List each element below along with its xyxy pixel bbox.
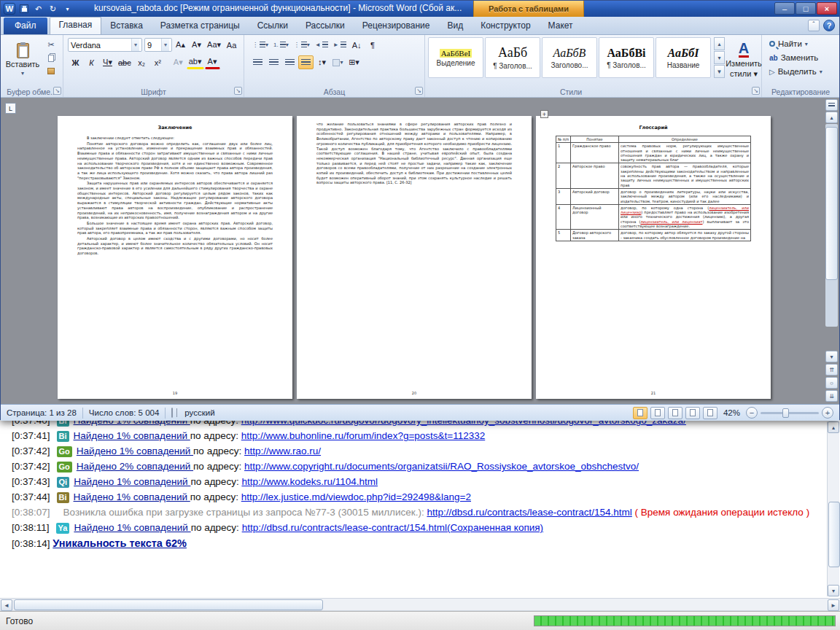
scroll-up-button[interactable]: ▴ bbox=[825, 112, 838, 123]
ribbon-tab[interactable]: Конструктор bbox=[472, 18, 539, 34]
view-outline-button[interactable] bbox=[685, 407, 700, 419]
scroll-down-button[interactable]: ▾ bbox=[825, 351, 838, 362]
scrollbar-track[interactable] bbox=[825, 124, 838, 327]
maximize-button[interactable]: □ bbox=[796, 2, 816, 15]
change-case-button[interactable]: Аа▾ bbox=[205, 38, 223, 52]
redo-button[interactable]: ↻ bbox=[47, 3, 59, 15]
log-line[interactable]: [0:38:14] Уникальность текста 62% bbox=[12, 537, 822, 553]
collapse-ribbon-icon[interactable]: ˆ bbox=[808, 20, 820, 31]
line-spacing-button[interactable]: ↕▾ bbox=[314, 55, 330, 69]
shading-button[interactable]: ▾ bbox=[330, 55, 346, 69]
sort-button[interactable]: А↓ bbox=[349, 38, 365, 52]
zoom-slider[interactable] bbox=[761, 412, 819, 414]
proofing-indicator[interactable] bbox=[166, 408, 179, 417]
qat-dropdown-button[interactable]: ▾ bbox=[61, 3, 74, 15]
ruler-toggle-button[interactable] bbox=[825, 99, 838, 111]
log-line[interactable]: [0:37:42]GoНайдено 1% совпадений по адре… bbox=[12, 446, 822, 461]
gallery-up-button[interactable]: ▴ bbox=[714, 37, 725, 50]
align-right-button[interactable] bbox=[282, 55, 298, 69]
style-item[interactable]: АаБбВ Заголово... bbox=[542, 37, 597, 78]
word-count[interactable]: Число слов: 5 004 bbox=[83, 408, 166, 417]
select-button[interactable]: ▷ Выделить ▾ bbox=[769, 67, 822, 76]
find-button[interactable]: Найти ▾ bbox=[769, 39, 808, 48]
view-fullscreen-button[interactable] bbox=[650, 407, 665, 419]
subscript-button[interactable]: х₂ bbox=[134, 55, 149, 69]
table-row[interactable]: 3 Авторский договор договор о произведен… bbox=[556, 188, 751, 204]
ribbon-tab[interactable]: Вид bbox=[438, 18, 472, 34]
ribbon-tab[interactable]: Файл bbox=[4, 18, 47, 34]
page-indicator[interactable]: Страница: 1 из 28 bbox=[1, 408, 82, 417]
view-draft-button[interactable] bbox=[703, 407, 718, 419]
log-line[interactable]: [0:38:07]Возникла ошибка при загрузке ст… bbox=[12, 507, 822, 522]
page-19[interactable]: Заключение В заключении следует отметить… bbox=[58, 116, 292, 399]
table-row[interactable]: 4 Лицензионный договор договор, по котор… bbox=[556, 204, 751, 229]
strikethrough-button[interactable]: abc bbox=[116, 55, 133, 69]
ribbon-tab[interactable]: Рассылки bbox=[297, 18, 354, 34]
replace-button[interactable]: ab Заменить bbox=[769, 53, 818, 62]
tab-selector[interactable]: L bbox=[5, 103, 16, 114]
decrease-indent-button[interactable]: ◄ bbox=[313, 38, 330, 52]
ribbon-tab[interactable]: Макет bbox=[540, 18, 582, 34]
zoom-level[interactable]: 42% bbox=[720, 408, 743, 417]
change-styles-button[interactable]: А Изменить стили ▾ bbox=[727, 36, 761, 83]
view-print-layout-button[interactable] bbox=[633, 407, 648, 419]
language-indicator[interactable]: русский bbox=[179, 408, 220, 417]
table-row[interactable]: 2 Авторское право совокупность прав авто… bbox=[556, 163, 751, 188]
log-scroll-right-button[interactable]: ► bbox=[828, 599, 839, 611]
ribbon-tab[interactable]: Рецензирование bbox=[354, 18, 439, 34]
undo-button[interactable]: ↶ bbox=[32, 3, 44, 15]
style-item[interactable]: АаБбВі ¶ Заголов... bbox=[599, 37, 654, 78]
borders-button[interactable]: ⊞▾ bbox=[346, 55, 362, 69]
superscript-button[interactable]: х² bbox=[150, 55, 166, 69]
highlight-button[interactable]: ab▾ bbox=[187, 55, 204, 69]
numbering-button[interactable]: 1.▾ bbox=[271, 38, 291, 52]
log-line[interactable]: [0:38:11]YaНайдено 1% совпадений по адре… bbox=[12, 522, 822, 537]
clipboard-dialog-launcher[interactable]: ↘ bbox=[53, 87, 61, 95]
ribbon-tab[interactable]: Главная bbox=[50, 17, 102, 34]
zoom-out-button[interactable]: − bbox=[746, 407, 758, 419]
view-web-button[interactable] bbox=[668, 407, 682, 419]
browse-prev-button[interactable]: ⇈ bbox=[825, 364, 838, 376]
table-move-handle[interactable]: + bbox=[540, 110, 548, 118]
log-scroll-left-button[interactable]: ◄ bbox=[1, 599, 12, 611]
browse-next-button[interactable]: ⇊ bbox=[825, 390, 838, 402]
underline-button[interactable]: Ч▾ bbox=[100, 55, 115, 69]
clear-formatting-button[interactable]: Аа bbox=[224, 38, 239, 52]
styles-dialog-launcher[interactable]: ↘ bbox=[752, 87, 760, 95]
paste-button[interactable]: Вставить ▾ bbox=[4, 36, 42, 83]
ribbon-tab[interactable]: Разметка страницы bbox=[152, 18, 249, 34]
paragraph-dialog-launcher[interactable]: ↘ bbox=[415, 87, 423, 95]
zoom-in-button[interactable]: + bbox=[822, 407, 833, 419]
log-line[interactable]: [0:37:42]GoНайдено 2% совпадений по адре… bbox=[12, 461, 822, 476]
save-button[interactable] bbox=[18, 3, 30, 15]
table-row[interactable]: 1 Гражданское право система правовых нор… bbox=[556, 143, 751, 163]
table-row[interactable]: № п/п Понятие Определение bbox=[556, 136, 751, 143]
style-item[interactable]: АаБбІ Название bbox=[656, 37, 711, 78]
close-button[interactable]: × bbox=[817, 2, 837, 15]
font-family-select[interactable]: Verdana ▾ bbox=[68, 38, 142, 52]
word-logo-icon[interactable]: W bbox=[4, 3, 15, 15]
text-effects-button[interactable]: А▾ bbox=[171, 55, 186, 69]
gallery-more-button[interactable]: ▼ bbox=[714, 65, 725, 78]
scrollbar-thumb[interactable] bbox=[825, 127, 838, 280]
font-color-button[interactable]: А▾ bbox=[205, 55, 220, 69]
cut-button[interactable]: ✂ bbox=[44, 39, 58, 51]
italic-button[interactable]: К bbox=[84, 55, 99, 69]
log-hscrollbar-thumb[interactable] bbox=[14, 599, 323, 610]
bold-button[interactable]: Ж bbox=[68, 55, 83, 69]
grow-font-button[interactable]: А▴ bbox=[173, 38, 188, 52]
log-line[interactable]: [0:37:43]QiНайдено 1% совпадений по адре… bbox=[12, 476, 822, 491]
format-painter-button[interactable] bbox=[44, 65, 58, 77]
log-scrollbar-thumb[interactable] bbox=[828, 502, 840, 567]
help-icon[interactable]: ? bbox=[823, 20, 835, 31]
font-dialog-launcher[interactable]: ↘ bbox=[234, 87, 242, 95]
style-item[interactable]: АаБбВеІ Выделение bbox=[428, 37, 483, 78]
pilcrow-button[interactable]: ¶ bbox=[365, 38, 381, 52]
copy-button[interactable] bbox=[44, 52, 58, 64]
align-center-button[interactable] bbox=[266, 55, 281, 69]
style-item[interactable]: АаБб ¶ Заголов... bbox=[485, 37, 540, 78]
shrink-font-button[interactable]: А▾ bbox=[189, 38, 204, 52]
browse-select-button[interactable]: ○ bbox=[825, 377, 838, 389]
ribbon-tab[interactable]: Вставка bbox=[101, 18, 152, 34]
align-left-button[interactable] bbox=[250, 55, 265, 69]
